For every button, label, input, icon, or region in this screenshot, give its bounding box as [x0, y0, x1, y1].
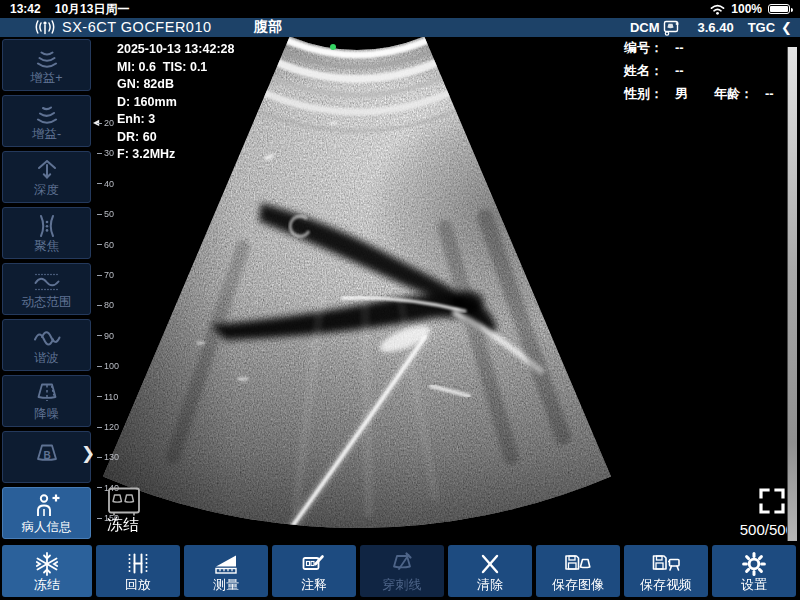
denoise-icon: [33, 381, 61, 407]
denoise-button[interactable]: 降噪: [2, 375, 91, 427]
probe-orientation-marker: [330, 44, 336, 50]
ruler-tick: 60: [97, 240, 114, 250]
clear-button[interactable]: 清除: [448, 545, 532, 597]
dcm-button[interactable]: DCM: [630, 20, 660, 35]
scan-display-area: 2025-10-13 13:42:28 MI: 0.6 TIS: 0.1 GN:…: [93, 37, 800, 542]
harmonics-icon: [32, 325, 62, 351]
sidebar-label: 谐波: [34, 352, 59, 365]
bottom-label: 冻结: [34, 578, 60, 592]
frequency-value: F: 3.2MHz: [117, 148, 234, 161]
measure-icon: [213, 551, 239, 577]
sidebar-label: 降噪: [34, 408, 59, 421]
depth-button[interactable]: 深度: [2, 151, 91, 203]
bottom-label: 设置: [741, 578, 767, 592]
focus-button[interactable]: 聚焦: [2, 207, 91, 259]
playback-button[interactable]: 回放: [96, 545, 180, 597]
mi-tis-value: MI: 0.6 TIS: 0.1: [117, 61, 234, 74]
device-id: SX-6CT GOCFER010: [62, 19, 212, 35]
patient-info-button[interactable]: 病人信息: [2, 487, 91, 539]
b-mode-button[interactable]: B: [2, 431, 91, 483]
ruler-tick: 40: [97, 179, 114, 189]
gain-minus-icon: [33, 101, 61, 127]
annotate-button[interactable]: 注释: [272, 545, 356, 597]
dual-display-icon[interactable]: [107, 486, 141, 517]
enhance-value: Enh: 3: [117, 113, 234, 126]
patient-id-value: --: [675, 41, 684, 55]
tgc-panel-edge[interactable]: [787, 47, 797, 541]
ultrasound-cart-icon[interactable]: [663, 19, 683, 36]
focus-icon: [33, 213, 61, 239]
patient-name-value: --: [675, 64, 684, 78]
sidebar-label: 增益-: [32, 128, 61, 141]
tgc-chevron-icon[interactable]: ❮: [781, 20, 792, 35]
annotate-icon: [301, 551, 327, 577]
date: 10月13日周一: [55, 1, 130, 18]
bottom-label: 回放: [125, 578, 151, 592]
puncture-line-icon: [389, 551, 415, 577]
freeze-icon: [34, 551, 60, 577]
patient-name-label: 姓名：: [624, 64, 663, 78]
ruler-tick: 130: [97, 452, 119, 462]
probe-signal-icon: [34, 19, 56, 35]
ruler-tick: 80: [97, 300, 114, 310]
b-mode-letter: B: [43, 450, 50, 461]
clear-icon: [477, 551, 503, 577]
battery-percent: 100%: [731, 2, 762, 16]
sidebar: 增益+ 增益- 深度: [0, 37, 93, 542]
gain-plus-button[interactable]: 增益+: [2, 39, 91, 91]
measure-button[interactable]: 测量: [184, 545, 268, 597]
dynamic-range-value: DR: 60: [117, 131, 234, 144]
ruler-tick: 90: [97, 331, 114, 341]
sidebar-label: 增益+: [30, 72, 62, 85]
software-version: 3.6.40: [697, 20, 733, 35]
settings-gear-icon: [741, 551, 767, 577]
dynamic-range-icon: [32, 269, 62, 295]
harmonics-button[interactable]: 谐波: [2, 319, 91, 371]
tgc-button[interactable]: TGC: [748, 20, 775, 35]
freeze-button[interactable]: 冻结: [2, 545, 92, 597]
ruler-tick: 70: [97, 270, 114, 280]
bottom-label: 保存图像: [552, 578, 604, 592]
header-bar: SX-6CT GOCFER010 腹部 DCM 3.6.40 TGC ❮: [0, 18, 800, 37]
depth-icon: [33, 157, 61, 183]
patient-age-label: 年龄：: [714, 87, 753, 101]
patient-id-label: 编号：: [624, 41, 663, 55]
save-image-button[interactable]: 保存图像: [536, 545, 620, 597]
bottom-label: 清除: [477, 578, 503, 592]
scan-datetime: 2025-10-13 13:42:28: [117, 43, 234, 56]
sidebar-label: 动态范围: [22, 296, 72, 309]
clock: 13:42: [10, 2, 41, 16]
puncture-line-button: 穿刺线: [360, 545, 444, 597]
gain-minus-button[interactable]: 增益-: [2, 95, 91, 147]
status-indicators: 100%: [710, 2, 790, 16]
settings-button[interactable]: 设置: [712, 545, 796, 597]
dynamic-range-button[interactable]: 动态范围: [2, 263, 91, 315]
ruler-tick: 110: [97, 392, 118, 402]
bottom-label: 测量: [213, 578, 239, 592]
patient-sex-value: 男: [675, 87, 688, 101]
save-image-icon: [563, 551, 593, 577]
freeze-status-label: 冻结: [107, 515, 139, 536]
patient-sex-label: 性别：: [624, 87, 663, 101]
save-video-button[interactable]: 保存视频: [624, 545, 708, 597]
ruler-tick: 100: [97, 361, 119, 371]
scan-parameters: 2025-10-13 13:42:28 MI: 0.6 TIS: 0.1 GN:…: [117, 43, 234, 166]
ruler-tick: 50: [97, 209, 114, 219]
ruler-tick: 20: [97, 118, 114, 128]
ruler-tick: 120: [97, 422, 119, 432]
sidebar-label: 深度: [34, 184, 59, 197]
b-mode-fan-icon: B: [32, 442, 62, 472]
fullscreen-icon[interactable]: [758, 487, 786, 515]
preset-tab-abdomen[interactable]: 腹部: [246, 18, 290, 39]
sidebar-label: 病人信息: [22, 521, 72, 534]
wifi-icon: [710, 4, 725, 15]
playback-icon: [125, 551, 151, 577]
depth-value: D: 160mm: [117, 96, 234, 109]
bottom-label: 保存视频: [640, 578, 692, 592]
ruler-tick: 30: [97, 148, 114, 158]
save-video-icon: [651, 551, 681, 577]
battery-icon: [768, 4, 790, 14]
bottom-label: 穿刺线: [383, 578, 422, 592]
depth-ruler: ◀ 2030405060708090100110120130140150: [97, 37, 127, 542]
frame-counter: 500/500: [740, 521, 794, 538]
